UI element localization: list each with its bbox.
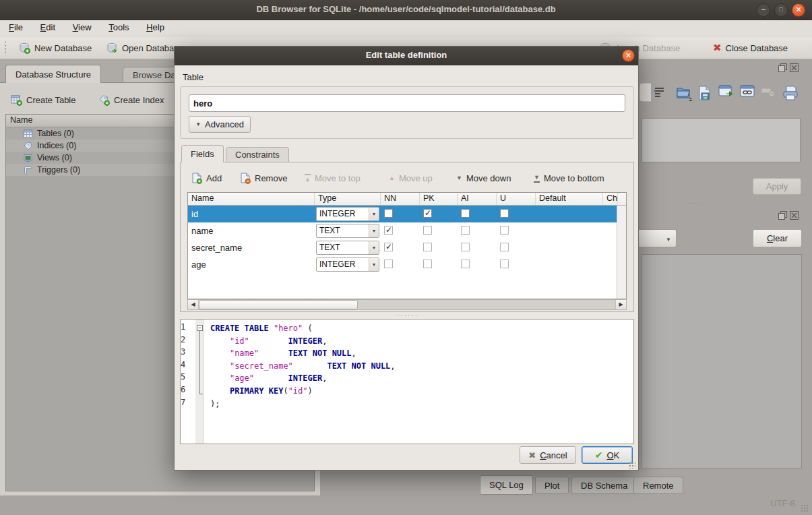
col-header-nn[interactable]: NN (381, 193, 420, 205)
tab-plot[interactable]: Plot (535, 477, 569, 494)
new-database-button[interactable]: New Database (19, 40, 92, 56)
open-database-button[interactable]: Open Database (106, 40, 183, 56)
cell-mode-combo[interactable] (639, 82, 651, 102)
field-type-combo[interactable]: INTEGER▼ (316, 207, 379, 221)
sql-preview[interactable]: 1234567 − CREATE TABLE "hero" ( "id" INT… (180, 319, 634, 444)
title-bar[interactable]: DB Browser for SQLite - /home/user/code/… (0, 0, 812, 20)
dock-float-icon[interactable] (778, 211, 787, 220)
col-header-check[interactable]: Check (603, 193, 618, 205)
dock-close-icon[interactable] (790, 211, 799, 220)
col-header-u[interactable]: U (497, 193, 536, 205)
checkbox-u-age[interactable] (500, 260, 509, 268)
field-name-cell[interactable]: name (188, 226, 315, 236)
menu-file[interactable]: File (3, 20, 29, 34)
move-to-bottom-icon: ▼ (534, 174, 540, 183)
dialog-title-bar[interactable]: Edit table definition ✕ (175, 47, 638, 65)
tab-database-structure[interactable]: Database Structure (5, 65, 101, 83)
fold-collapse-icon[interactable]: − (197, 325, 203, 331)
cell-editor-textarea[interactable] (642, 118, 801, 162)
menu-tools[interactable]: Tools (102, 20, 135, 34)
log-filter-combo[interactable]: ▼ (633, 229, 677, 247)
link-window-icon[interactable] (740, 85, 756, 100)
sql-line-6: PRIMARY KEY("id") (210, 385, 396, 398)
import-file-icon[interactable] (676, 85, 693, 101)
print-icon[interactable] (782, 85, 799, 101)
col-header-name[interactable]: Name (188, 193, 315, 205)
word-wrap-icon[interactable] (652, 85, 666, 98)
create-table-button[interactable]: Create Table (11, 91, 75, 109)
fields-grid-header[interactable]: Name Type NN PK AI U Default Check (188, 193, 626, 206)
field-row-name[interactable]: nameTEXT▼ (188, 222, 617, 239)
scroll-left-arrow[interactable]: ◀ (188, 300, 199, 309)
cancel-button[interactable]: ✖ Cancel (520, 446, 576, 464)
close-database-button[interactable]: ✖ Close Database (713, 40, 788, 56)
field-row-age[interactable]: ageINTEGER▼ (188, 256, 617, 273)
window-resize-grip[interactable] (801, 504, 809, 512)
close-window-button[interactable]: ✕ (792, 3, 805, 17)
checkbox-nn-age[interactable] (384, 260, 393, 268)
hscroll-thumb[interactable] (199, 300, 358, 309)
toolbar-drag-handle[interactable] (4, 40, 7, 55)
checkbox-ai-secret_name[interactable] (461, 243, 470, 251)
create-index-button[interactable]: Create Index (98, 91, 164, 109)
sql-line-3: "name" TEXT NOT NULL, (210, 347, 396, 360)
checkbox-u-id[interactable] (500, 209, 509, 218)
fields-grid-hscrollbar[interactable]: ◀ ▶ (187, 299, 627, 310)
checkbox-pk-age[interactable] (423, 260, 432, 268)
field-type-combo[interactable]: TEXT▼ (316, 224, 379, 238)
remove-field-button[interactable]: Remove (240, 171, 287, 185)
move-to-bottom-button[interactable]: ▼ Move to bottom (534, 171, 604, 185)
sql-log-area[interactable] (642, 254, 802, 468)
checkbox-ai-age[interactable] (461, 260, 470, 268)
checkbox-ai-name[interactable] (461, 226, 470, 235)
clear-log-button[interactable]: Clear (753, 229, 802, 247)
fields-grid[interactable]: Name Type NN PK AI U Default Check idINT… (187, 192, 627, 299)
col-header-default[interactable]: Default (536, 193, 603, 205)
checkbox-pk-name[interactable] (423, 226, 432, 235)
table-name-input[interactable] (189, 94, 625, 112)
dialog-splitter-handle[interactable]: ······ (397, 311, 418, 319)
checkbox-nn-name[interactable] (384, 226, 393, 235)
menu-help[interactable]: Help (140, 20, 170, 34)
dock-float-icon[interactable] (778, 63, 787, 72)
scroll-right-arrow[interactable]: ▶ (615, 300, 626, 309)
checkbox-nn-id[interactable] (384, 209, 393, 218)
execute-window-icon[interactable] (718, 85, 735, 100)
export-file-icon[interactable] (697, 85, 712, 101)
checkbox-u-name[interactable] (500, 226, 509, 235)
advanced-button[interactable]: ▼ Advanced (189, 116, 251, 133)
add-field-button[interactable]: Add (191, 171, 222, 185)
field-name-cell[interactable]: id (188, 209, 315, 219)
field-name-cell[interactable]: age (188, 260, 315, 270)
tab-db-schema[interactable]: DB Schema (571, 477, 637, 494)
field-row-id[interactable]: idINTEGER▼ (188, 206, 617, 222)
dock-close-icon[interactable] (790, 63, 799, 72)
tab-remote[interactable]: Remote (633, 477, 683, 494)
checkbox-u-secret_name[interactable] (500, 243, 509, 251)
dock-splitter-handle[interactable]: ······ (687, 200, 709, 207)
col-header-type[interactable]: Type (315, 193, 381, 205)
tab-fields[interactable]: Fields (181, 145, 224, 162)
dialog-resize-grip[interactable] (629, 462, 635, 468)
fields-grid-vscrollbar[interactable] (617, 206, 626, 299)
checkbox-pk-id[interactable] (423, 209, 432, 218)
checkbox-nn-secret_name[interactable] (384, 243, 393, 251)
maximize-button[interactable]: □ (774, 3, 788, 17)
field-name-cell[interactable]: secret_name (188, 243, 315, 253)
menu-edit[interactable]: Edit (34, 20, 61, 34)
ok-button[interactable]: ✔ OK (582, 446, 633, 464)
field-row-secret_name[interactable]: secret_nameTEXT▼ (188, 239, 617, 256)
move-down-button[interactable]: ▼ Move down (456, 171, 511, 185)
checkbox-pk-secret_name[interactable] (423, 243, 432, 251)
field-type-combo[interactable]: TEXT▼ (316, 241, 379, 255)
tab-constraints[interactable]: Constraints (226, 147, 289, 162)
col-header-pk[interactable]: PK (420, 193, 458, 205)
minimize-button[interactable]: − (757, 3, 770, 17)
tab-sql-log[interactable]: SQL Log (480, 475, 533, 495)
tag-icon (24, 142, 32, 150)
col-header-ai[interactable]: AI (458, 193, 497, 205)
field-type-combo[interactable]: INTEGER▼ (316, 258, 379, 272)
dialog-close-button[interactable]: ✕ (622, 49, 635, 62)
menu-view[interactable]: View (67, 20, 98, 34)
checkbox-ai-id[interactable] (461, 209, 470, 218)
